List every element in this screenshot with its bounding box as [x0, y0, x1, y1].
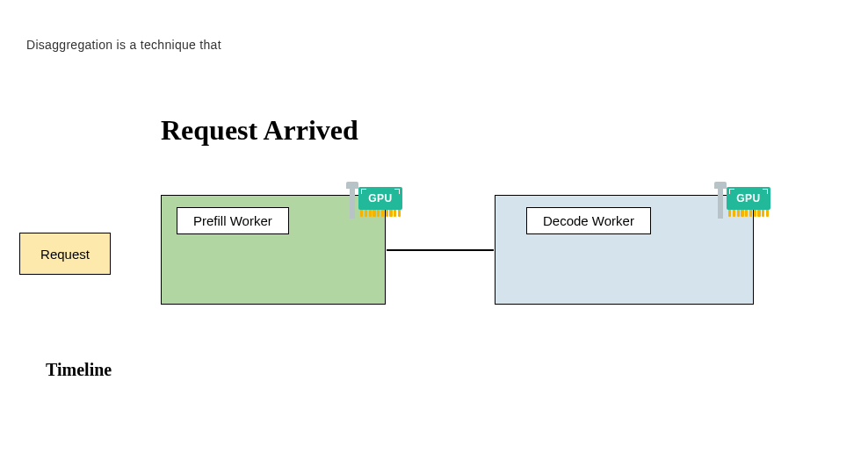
diagram-title: Request Arrived: [161, 114, 358, 147]
gpu-pins: [728, 210, 769, 217]
timeline-label: Timeline: [46, 360, 112, 380]
request-box: Request: [19, 233, 111, 275]
intro-text: Disaggregation is a technique that: [26, 38, 221, 52]
decode-worker-label: Decode Worker: [526, 207, 651, 234]
request-label: Request: [40, 247, 90, 262]
gpu-bracket: [714, 182, 727, 219]
gpu-bracket: [346, 182, 358, 219]
connector-line: [387, 249, 494, 251]
gpu-badge: GPU: [358, 187, 402, 210]
gpu-icon: GPU: [346, 180, 402, 222]
gpu-icon: GPU: [714, 180, 770, 222]
gpu-badge: GPU: [727, 187, 770, 210]
prefill-worker-box: Prefill Worker GPU: [161, 195, 386, 305]
prefill-worker-label: Prefill Worker: [177, 207, 289, 234]
gpu-pins: [360, 210, 401, 217]
decode-worker-box: Decode Worker GPU: [495, 195, 754, 305]
